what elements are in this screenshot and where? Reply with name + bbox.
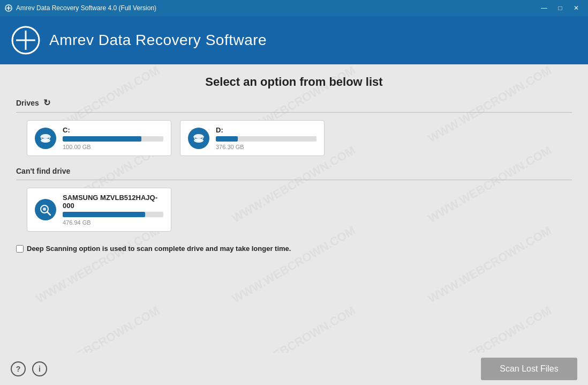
- drive-info-c: C: 100.00 GB: [63, 126, 163, 150]
- refresh-icon[interactable]: ↻: [43, 98, 50, 108]
- title-bar-left: Amrev Data Recovery Software 4.0 (Full V…: [4, 4, 156, 12]
- deep-scan-area: Deep Scanning option is used to scan com…: [16, 245, 572, 253]
- physical-drive-info-0: SAMSUNG MZVLB512HAJQ-000 476.94 GB: [63, 194, 163, 226]
- drive-progress-fill-d: [216, 136, 238, 142]
- cantfind-section: Can't find drive SAMSUNG MZVLB512HAJQ-00…: [16, 167, 572, 232]
- drive-size-d: 376.30 GB: [216, 144, 316, 150]
- cantfind-label: Can't find drive: [16, 167, 572, 175]
- physical-drive-icon-0: [35, 199, 56, 220]
- drive-progress-bar-d: [216, 136, 316, 142]
- physical-drive-name-0: SAMSUNG MZVLB512HAJQ-000: [63, 194, 163, 210]
- page-title: Select an option from below list: [16, 75, 572, 89]
- app-header: Amrev Data Recovery Software: [0, 16, 588, 64]
- maximize-button[interactable]: □: [553, 3, 568, 13]
- cantfind-drives: SAMSUNG MZVLB512HAJQ-000 476.94 GB: [16, 188, 572, 232]
- svg-point-7: [41, 138, 50, 143]
- help-button[interactable]: ?: [11, 361, 26, 376]
- bottom-icons: ? i: [11, 361, 47, 376]
- deep-scan-label[interactable]: Deep Scanning option is used to scan com…: [27, 245, 291, 253]
- watermark-text-7: WWW.WEBCROWN.COM: [34, 224, 162, 306]
- drive-progress-fill-c: [63, 136, 141, 142]
- physical-drive-card-0[interactable]: SAMSUNG MZVLB512HAJQ-000 476.94 GB: [27, 188, 171, 232]
- svg-point-9: [194, 134, 203, 138]
- svg-point-10: [194, 138, 203, 143]
- title-bar-controls: — □ ✕: [537, 3, 584, 13]
- drive-card-d[interactable]: D: 376.30 GB: [180, 120, 325, 156]
- app-title: Amrev Data Recovery Software: [49, 32, 267, 49]
- deep-scan-checkbox[interactable]: [16, 245, 24, 253]
- cantfind-divider: [16, 180, 572, 180]
- svg-point-12: [43, 208, 46, 211]
- drive-icon-d: [188, 128, 209, 149]
- drive-letter-c: C:: [63, 126, 163, 134]
- main-content: WWW.WEBCROWN.COM WWW.WEBCROWN.COM WWW.WE…: [0, 64, 588, 385]
- svg-line-13: [47, 212, 50, 215]
- drive-card-c[interactable]: C: 100.00 GB: [27, 120, 171, 156]
- drive-progress-bar-c: [63, 136, 163, 142]
- watermark-text-8: WWW.WEBCROWN.COM: [230, 224, 358, 306]
- drive-icon-c: [35, 128, 56, 149]
- drive-info-d: D: 376.30 GB: [216, 126, 316, 150]
- physical-drive-progress-bar-0: [63, 212, 163, 217]
- watermark-text-9: WWW.WEBCROWN.COM: [426, 224, 554, 306]
- drive-size-c: 100.00 GB: [63, 144, 163, 150]
- drive-letter-d: D:: [216, 126, 316, 134]
- scan-lost-files-button[interactable]: Scan Lost Files: [481, 358, 577, 380]
- title-bar: Amrev Data Recovery Software 4.0 (Full V…: [0, 0, 588, 16]
- app-icon: [4, 4, 13, 12]
- drives-grid: C: 100.00 GB D: 376.30: [16, 120, 572, 156]
- drives-section-label: Drives ↻: [16, 98, 572, 108]
- bottom-bar: ? i Scan Lost Files: [0, 353, 588, 385]
- physical-drive-size-0: 476.94 GB: [63, 219, 163, 226]
- info-button[interactable]: i: [32, 361, 47, 376]
- minimize-button[interactable]: —: [537, 3, 552, 13]
- physical-drive-progress-fill-0: [63, 212, 145, 217]
- svg-point-6: [41, 134, 50, 138]
- cantfind-label-text: Can't find drive: [16, 167, 70, 175]
- app-logo: [11, 25, 41, 55]
- title-bar-text: Amrev Data Recovery Software 4.0 (Full V…: [16, 4, 156, 12]
- drives-label-text: Drives: [16, 99, 39, 107]
- drives-divider: [16, 112, 572, 113]
- close-button[interactable]: ✕: [569, 3, 584, 13]
